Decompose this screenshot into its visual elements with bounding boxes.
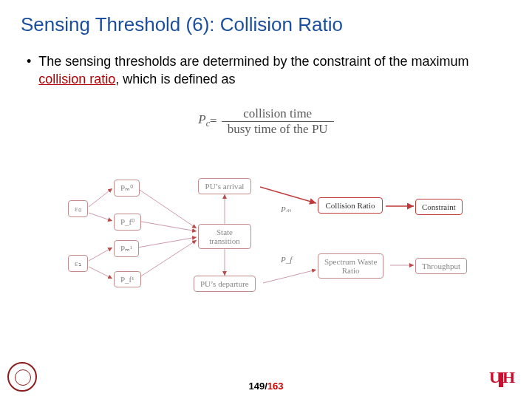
collision-ratio-term: collision ratio <box>38 72 115 86</box>
node-spectrum-waste-ratio: Spectrum Waste Ratio <box>318 253 383 279</box>
edge-label-pf: P_f <box>281 255 292 264</box>
eq-equals: = <box>210 114 217 129</box>
svg-line-10 <box>260 187 316 203</box>
equation: Pc = collision time busy time of the PU <box>21 106 511 137</box>
bullet-suffix: , which is defined as <box>115 72 235 86</box>
svg-line-2 <box>89 248 112 261</box>
bullet-item: • The sensing thresholds are determined … <box>27 52 511 89</box>
eq-numerator: collision time <box>237 106 318 121</box>
slide-title: Sensing Threshold (6): Collision Ratio <box>21 13 511 36</box>
svg-line-5 <box>137 221 197 231</box>
node-eps0: ε₀ <box>68 200 88 217</box>
bullet-prefix: The sensing thresholds are determined by… <box>38 54 468 69</box>
eq-fraction: collision time busy time of the PU <box>222 106 334 137</box>
node-eps1: ε₁ <box>68 255 88 272</box>
university-seal-icon <box>7 362 40 395</box>
node-pu-departure: PU’s departure <box>194 276 256 292</box>
node-collision-ratio: Collision Ratio <box>318 197 383 214</box>
svg-line-7 <box>137 240 197 279</box>
node-pf0: P_f⁰ <box>114 214 141 231</box>
uh-logo-icon: UH <box>489 368 525 395</box>
flow-diagram: ε₀ ε₁ Pₘ⁰ P_f⁰ Pₘ¹ P_f¹ PU’s arrival Sta… <box>66 166 466 299</box>
bullet-text: The sensing thresholds are determined by… <box>38 52 511 89</box>
edge-label-pm: Pₘ <box>281 205 291 214</box>
node-pm1: Pₘ¹ <box>114 240 139 257</box>
svg-line-12 <box>263 270 316 283</box>
node-constraint: Constraint <box>415 199 463 215</box>
bullet-dot: • <box>27 52 31 89</box>
eq-denominator: busy time of the PU <box>222 122 334 137</box>
node-pu-arrival: PU’s arrival <box>198 178 251 194</box>
node-throughput: Throughput <box>415 258 467 274</box>
node-pf1: P_f¹ <box>114 271 141 287</box>
eq-lhs: Pc <box>198 112 210 129</box>
svg-line-1 <box>89 213 112 221</box>
svg-line-6 <box>137 237 197 248</box>
svg-line-0 <box>89 188 112 207</box>
node-state-transition: State transition <box>198 224 251 249</box>
svg-line-4 <box>137 188 197 228</box>
page-total: 163 <box>267 381 284 392</box>
page-current: 149 <box>248 381 265 392</box>
node-pm0: Pₘ⁰ <box>114 180 140 197</box>
page-footer: 149/163 <box>0 381 532 392</box>
svg-line-3 <box>89 267 112 279</box>
